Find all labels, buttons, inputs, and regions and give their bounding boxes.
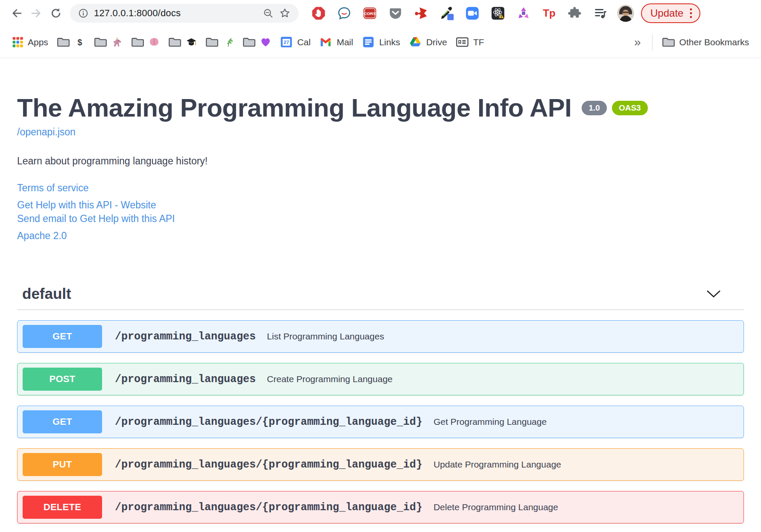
terms-of-service-link[interactable]: Terms of service: [17, 181, 744, 194]
tf-card-icon: [456, 35, 469, 49]
bookmark-mail[interactable]: Mail: [315, 33, 357, 51]
bookmarks-overflow-chevron[interactable]: »: [628, 35, 647, 49]
bookmark-label: Links: [379, 37, 400, 47]
site-info-icon[interactable]: [78, 8, 89, 19]
folder-icon: [662, 35, 675, 49]
pocket-icon[interactable]: [388, 6, 403, 20]
help-email-link[interactable]: Send email to Get Help with this API: [17, 212, 744, 225]
api-title-row: The Amazing Programming Language Info AP…: [17, 94, 744, 122]
back-button[interactable]: [7, 3, 26, 23]
section-default-header[interactable]: default: [17, 285, 744, 303]
endpoint-summary: List Programming Languages: [267, 331, 384, 342]
browser-toolbar: 127.0.0.1:8000/docs CORSTp Update: [0, 0, 761, 26]
media-queue-icon[interactable]: [593, 6, 608, 20]
cors-icon[interactable]: CORS: [363, 6, 377, 20]
bookmark-label: TF: [473, 37, 484, 47]
folder-icon: [205, 35, 219, 49]
license-link[interactable]: Apache 2.0: [17, 229, 744, 242]
dollar-badge: $: [74, 37, 85, 48]
eyedropper-icon[interactable]: [439, 6, 454, 20]
reload-button[interactable]: [46, 3, 66, 23]
bookmark-apps[interactable]: Apps: [8, 34, 53, 50]
bookmark-folder-graduation[interactable]: [164, 33, 201, 51]
folder-icon: [94, 35, 107, 49]
svg-text:27: 27: [284, 39, 289, 45]
bookmark-folder-dollar[interactable]: $: [53, 33, 90, 51]
endpoint-summary: Delete Programming Language: [433, 502, 558, 512]
endpoints-list: GET/programming_languagesList Programmin…: [17, 320, 744, 523]
bookmark-label: Drive: [426, 37, 447, 47]
endpoint-path: /programming_languages/{programming_lang…: [115, 501, 422, 514]
bookmark-drive[interactable]: Drive: [404, 33, 451, 51]
graduation-cap-badge: [186, 37, 197, 48]
stop-hand-icon[interactable]: [311, 6, 326, 20]
profile-avatar[interactable]: [617, 5, 634, 22]
bookmark-other-bookmarks[interactable]: Other Bookmarks: [658, 33, 753, 51]
folder-icon: [57, 35, 70, 49]
tp-icon[interactable]: Tp: [542, 6, 556, 20]
svg-text:Tp: Tp: [543, 7, 555, 19]
red-share-icon[interactable]: [414, 6, 428, 20]
bookmark-folder-herb[interactable]: [201, 33, 238, 51]
url-text: 127.0.0.1:8000/docs: [94, 8, 258, 19]
bookmark-label: Cal: [297, 37, 311, 47]
endpoint-row-delete[interactable]: DELETE/programming_languages/{programmin…: [17, 491, 744, 523]
folder-icon: [243, 35, 256, 49]
oas3-badge: OAS3: [612, 101, 648, 115]
url-bar[interactable]: 127.0.0.1:8000/docs: [70, 4, 299, 23]
update-label: Update: [650, 7, 683, 19]
openapi-json-link[interactable]: /openapi.json: [17, 126, 744, 138]
update-button[interactable]: Update: [641, 3, 700, 23]
chat-bubble-icon[interactable]: [337, 6, 351, 20]
endpoint-path: /programming_languages: [115, 373, 256, 386]
swagger-page: The Amazing Programming Language Info AP…: [0, 94, 761, 523]
calendar-icon: 27: [280, 35, 293, 49]
help-website-link[interactable]: Get Help with this API - Website: [17, 199, 744, 211]
bookmarks-bar: Apps$27CalMailLinksDriveTF»Other Bookmar…: [0, 26, 761, 58]
chevron-down-icon[interactable]: [706, 290, 721, 298]
method-badge: PUT: [23, 453, 102, 476]
endpoint-summary: Get Programming Language: [433, 417, 547, 427]
docs-icon: [362, 35, 375, 49]
endpoint-path: /programming_languages: [115, 330, 256, 343]
endpoint-row-get[interactable]: GET/programming_languagesList Programmin…: [17, 320, 744, 353]
video-camera-icon[interactable]: [465, 6, 480, 20]
bookmark-label: Mail: [337, 37, 353, 47]
bookmarks-divider: [652, 34, 653, 50]
endpoint-summary: Update Programming Language: [433, 459, 561, 470]
endpoint-row-put[interactable]: PUT/programming_languages/{programming_l…: [17, 448, 744, 481]
bookmark-tf[interactable]: TF: [451, 33, 489, 51]
endpoint-summary: Create Programming Language: [267, 374, 392, 384]
bookmark-calendar[interactable]: 27Cal: [275, 33, 315, 51]
endpoint-path: /programming_languages/{programming_lang…: [115, 459, 422, 471]
recycle-flower-icon[interactable]: [516, 6, 531, 20]
brain-badge: [149, 37, 160, 48]
react-devtools-icon[interactable]: [491, 6, 505, 20]
carousel-horse-badge: [111, 37, 123, 48]
svg-text:CORS: CORS: [364, 11, 376, 16]
endpoint-row-get[interactable]: GET/programming_languages/{programming_l…: [17, 406, 744, 438]
bookmark-star-icon[interactable]: [279, 7, 291, 19]
more-menu-icon[interactable]: [689, 7, 693, 19]
section-divider: [17, 310, 744, 310]
zoom-out-icon[interactable]: [263, 8, 274, 19]
method-badge: DELETE: [23, 496, 102, 519]
section-title: default: [17, 285, 71, 303]
endpoint-row-post[interactable]: POST/programming_languagesCreate Program…: [17, 363, 744, 395]
api-description: Learn about programming language history…: [17, 155, 744, 167]
bookmark-label: Other Bookmarks: [679, 37, 749, 47]
svg-text:$: $: [77, 37, 82, 47]
endpoint-path: /programming_languages/{programming_lang…: [115, 416, 422, 428]
bookmark-folder-brain[interactable]: [127, 33, 164, 51]
folder-icon: [131, 35, 144, 49]
method-badge: GET: [23, 325, 102, 348]
forward-button[interactable]: [26, 3, 46, 23]
bookmark-folder-purple-heart[interactable]: [238, 33, 275, 51]
puzzle-icon[interactable]: [568, 6, 582, 20]
page-title: The Amazing Programming Language Info AP…: [17, 94, 571, 122]
bookmark-folder-carousel[interactable]: [90, 33, 127, 51]
method-badge: GET: [23, 410, 102, 433]
apps-grid-icon: [12, 36, 23, 48]
bookmark-links[interactable]: Links: [357, 33, 404, 51]
bookmark-label: Apps: [28, 37, 48, 47]
